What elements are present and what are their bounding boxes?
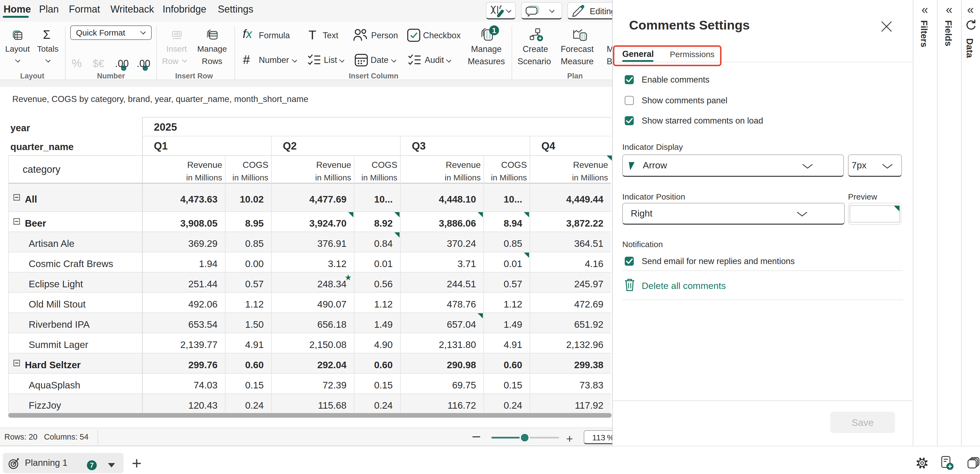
svg-text:1: 1 (492, 26, 496, 35)
